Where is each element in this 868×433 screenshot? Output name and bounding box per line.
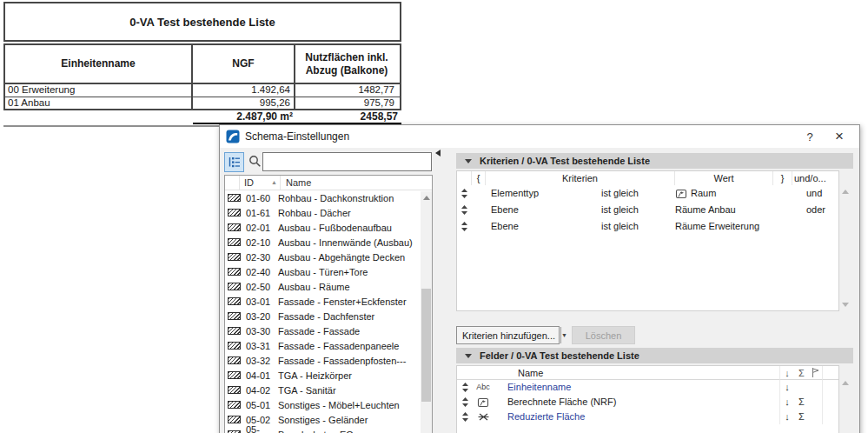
fields-scroll-up-icon[interactable] [842, 381, 849, 385]
report-col-ngf: NGF [193, 45, 295, 83]
sort-down-icon[interactable]: ↓ [779, 410, 794, 424]
list-item[interactable]: 05-031Brandschutz - EG [225, 427, 432, 433]
list-item[interactable]: 03-20Fassade - Dachfenster [225, 309, 432, 323]
add-criteria-button[interactable]: Kriterien hinzufügen... ▼ [456, 326, 560, 344]
criteria-section-header[interactable]: Kriterien / 0-VA Test bestehende Liste [456, 153, 853, 169]
sort-down-icon[interactable]: ↓ [779, 395, 794, 410]
zone-stamp-icon [675, 188, 687, 199]
dialog-titlebar[interactable]: Schema-Einstellungen ? × [220, 125, 859, 148]
criteria-name-header: Kriterien [486, 171, 675, 185]
sigma-icon[interactable]: Σ [794, 395, 809, 410]
list-item[interactable]: 04-02TGA - Sanitär [225, 383, 432, 397]
abc-icon: Abc [473, 380, 494, 395]
reduced-area-icon [473, 410, 494, 424]
dialog-title: Schema-Einstellungen [245, 130, 795, 143]
report-col-einheitenname: Einheitenname [5, 45, 193, 83]
list-item[interactable]: 03-32Fassade - Fassadenpfosten--- [225, 353, 432, 368]
list-item[interactable]: 01-60Rohbau - Dachkonstruktion [225, 190, 432, 205]
field-name[interactable]: Berechnete Fläche (NRF) [494, 395, 779, 410]
list-item[interactable]: 02-50Ausbau - Räume [225, 279, 432, 294]
criteria-name[interactable]: Ebene [486, 202, 601, 218]
zone-stamp-icon [473, 395, 494, 410]
list-item[interactable]: 02-40Ausbau - Türen+Tore [225, 264, 432, 279]
search-input[interactable] [262, 152, 432, 171]
schema-settings-dialog: Schema-Einstellungen ? × [219, 124, 860, 433]
fields-name-header[interactable]: Name [494, 366, 779, 380]
list-item[interactable]: 01-61Rohbau - Dächer [225, 205, 432, 220]
list-item[interactable]: 02-01Ausbau - Fußbodenaufbau [225, 220, 432, 235]
tree-view-button[interactable] [224, 152, 244, 172]
flag-icon[interactable] [809, 366, 823, 380]
report-col-nutzflaechen: Nutzflächen inkl. Abzug (Balkone) [295, 45, 398, 83]
criteria-operator[interactable]: ist gleich [601, 202, 675, 218]
criteria-scroll-up-icon[interactable] [842, 190, 849, 194]
schedule-icon [228, 238, 241, 246]
schedule-icon [228, 297, 241, 305]
schedule-icon [228, 371, 241, 379]
scroll-up-icon[interactable] [421, 191, 432, 203]
schedule-icon [228, 401, 241, 409]
sort-down-icon[interactable]: ↓ [779, 366, 794, 380]
list-item[interactable]: 02-10Ausbau - Innenwände (Ausbau) [225, 235, 432, 250]
row-handle-icon[interactable] [457, 202, 472, 218]
row-handle-icon[interactable] [457, 380, 473, 395]
criteria-operator[interactable]: ist gleich [601, 185, 675, 202]
schedule-icon [228, 356, 241, 364]
criteria-value[interactable]: Raum [675, 185, 773, 202]
total-ngf: 2.487,90 m² [193, 111, 296, 124]
criteria-handle-header [457, 171, 472, 185]
criteria-andor[interactable]: und [792, 185, 838, 202]
collapse-icon [465, 354, 472, 358]
panel-collapse-icon[interactable] [435, 150, 441, 157]
criteria-table: { Kriterien Wert } und/o... Elementtyp i… [456, 170, 839, 311]
sigma-icon[interactable]: Σ [794, 366, 809, 380]
criteria-value[interactable]: Räume Anbau [675, 202, 773, 218]
list-item[interactable]: 03-01Fassade - Fenster+Eckfenster [225, 294, 432, 309]
name-column-header[interactable]: Name [280, 176, 432, 190]
row-handle-icon[interactable] [457, 410, 473, 424]
fields-section-header[interactable]: Felder / 0-VA Test bestehende Liste [456, 348, 853, 363]
report-title: 0-VA Test bestehende Liste [3, 2, 401, 42]
table-row: 00 Erweiterung 1.492,64 1482,77 [5, 84, 400, 97]
schedule-icon [228, 209, 241, 216]
sort-down-icon[interactable]: ↓ [779, 380, 794, 395]
id-column-header[interactable]: ID [240, 176, 271, 190]
close-button[interactable]: × [825, 125, 854, 148]
schedule-icon [228, 416, 241, 423]
schedule-icon [228, 283, 241, 290]
delete-button[interactable]: Löschen [572, 326, 635, 344]
list-scrollbar[interactable] [421, 191, 432, 433]
list-item[interactable]: 03-30Fassade - Fassade [225, 323, 432, 338]
schedule-list: ID ▲ Name 01-60Rohbau - Dachkonstruktion… [224, 175, 433, 433]
dialog-content: ID ▲ Name 01-60Rohbau - Dachkonstruktion… [220, 148, 859, 433]
row-handle-icon[interactable] [457, 395, 473, 410]
sigma-icon[interactable]: Σ [794, 410, 809, 424]
criteria-close-bracket-header: } [773, 171, 792, 185]
list-item[interactable]: 05-01Sonstiges - Möbel+Leuchten [225, 397, 432, 412]
criteria-open-bracket-header: { [472, 171, 486, 185]
criteria-operator[interactable]: ist gleich [601, 218, 675, 235]
schedule-icon [228, 253, 241, 261]
field-name[interactable]: Einheitenname [494, 380, 779, 395]
criteria-scroll-down-icon[interactable] [842, 303, 849, 307]
sort-ascending-icon[interactable]: ▲ [271, 176, 280, 190]
criteria-value[interactable]: Räume Erweiterung [675, 218, 773, 235]
list-item[interactable]: 03-31Fassade - Fassadenpaneele [225, 338, 432, 353]
list-item[interactable]: 04-01TGA - Heizkörper [225, 368, 432, 383]
criteria-name[interactable]: Ebene [486, 218, 601, 235]
search-icon[interactable] [248, 155, 262, 168]
scrollbar-thumb[interactable] [421, 289, 431, 402]
icon-column-header[interactable] [225, 176, 240, 190]
criteria-name[interactable]: Elementtyp [486, 185, 601, 202]
help-button[interactable]: ? [795, 125, 825, 148]
dropdown-icon[interactable]: ▼ [560, 327, 567, 343]
list-item[interactable]: 02-30Ausbau - Abgehängte Decken [225, 250, 432, 264]
row-handle-icon[interactable] [457, 185, 472, 202]
schedule-icon [228, 327, 241, 335]
criteria-andor[interactable] [792, 218, 838, 235]
criteria-andor-header: und/o... [792, 171, 838, 185]
field-name[interactable]: Reduzierte Fläche [494, 410, 779, 424]
row-handle-icon[interactable] [457, 218, 472, 235]
criteria-andor[interactable]: oder [792, 202, 838, 218]
collapse-icon [465, 159, 472, 163]
